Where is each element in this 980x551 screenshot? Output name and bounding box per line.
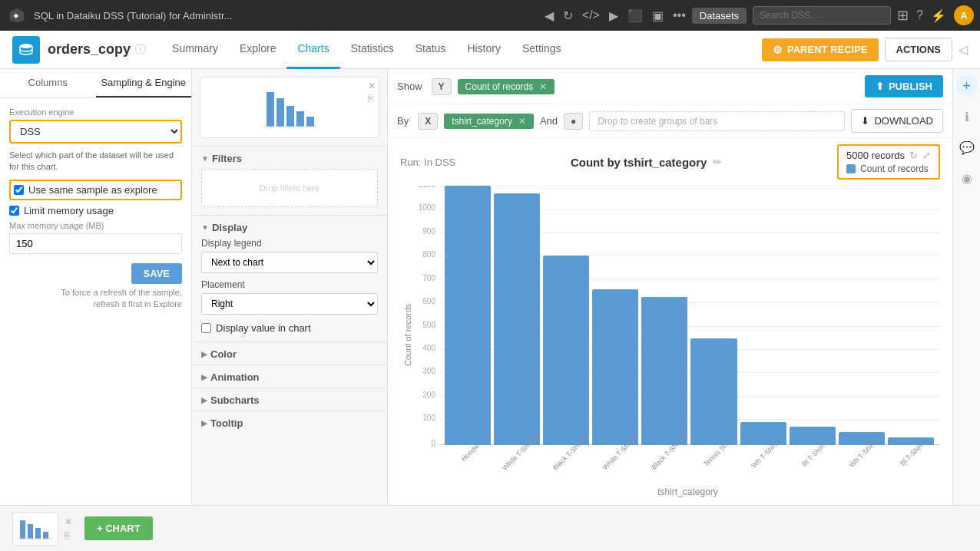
user-sidebar-icon[interactable]: ◉ — [956, 167, 978, 189]
thumb-copy-icon[interactable]: ⎘ — [368, 93, 376, 104]
download-button[interactable]: ⬇ DOWNLOAD — [851, 109, 943, 133]
info-sidebar-icon[interactable]: ℹ — [956, 106, 978, 127]
stats-icon[interactable]: ⚡ — [931, 8, 946, 23]
page-title: orders_copy — [48, 41, 131, 58]
grid-icon[interactable]: ⊞ — [897, 7, 909, 24]
nav-status[interactable]: Status — [405, 31, 457, 69]
svg-text:✦: ✦ — [12, 12, 19, 21]
subcharts-section[interactable]: ▶ Subcharts — [192, 388, 387, 411]
display-arrow-icon: ▼ — [201, 223, 209, 232]
x-axis-badge: X — [418, 113, 438, 130]
refresh-icon[interactable]: ↻ — [563, 8, 573, 23]
search-input[interactable] — [753, 6, 891, 25]
monitor-icon[interactable]: ▣ — [652, 8, 664, 23]
chart-edit-icon[interactable]: ✏ — [713, 156, 722, 168]
more-icon[interactable]: ••• — [673, 8, 686, 22]
bar-white-tshirt-f[interactable] — [592, 289, 638, 445]
display-value-label: Display value in chart — [216, 322, 311, 334]
expand-records-icon[interactable]: ⤢ — [922, 150, 931, 161]
svg-rect-12 — [43, 532, 48, 539]
svg-rect-11 — [35, 528, 41, 539]
download-icon: ⬇ — [861, 115, 869, 127]
bar-white-tshirt-m[interactable] — [494, 193, 540, 445]
tab-columns[interactable]: Columns — [0, 69, 96, 97]
app-logo: ✦ — [6, 5, 28, 26]
mini-delete-icon[interactable]: ✕ — [65, 516, 72, 527]
display-section[interactable]: ▼ Display — [192, 215, 387, 238]
x-axis-delete-icon[interactable]: ✕ — [518, 116, 526, 127]
run-label: Run: In DSS — [400, 157, 455, 168]
datasets-badge[interactable]: Datasets — [692, 8, 747, 24]
limit-memory-checkbox[interactable] — [9, 206, 19, 216]
add-chart-button[interactable]: + CHART — [84, 516, 153, 540]
run-icon[interactable]: ▶ — [609, 8, 618, 23]
topbar-title: SQL in Dataiku DSS (Tutorial) for Admini… — [34, 10, 538, 21]
nav-statistics[interactable]: Statistics — [340, 31, 405, 69]
filters-section[interactable]: ▼ Filters — [192, 146, 387, 169]
nav-summary[interactable]: Summary — [161, 31, 229, 69]
parent-recipe-button[interactable]: ⚙ PARENT RECIPE — [762, 38, 879, 61]
and-label: And — [540, 115, 558, 127]
y-axis-value-label: Count of records — [465, 81, 534, 92]
nav-charts[interactable]: Charts — [286, 31, 339, 69]
refresh-note: To force a refresh of the sample, refres… — [9, 287, 182, 311]
filters-arrow-icon: ▼ — [201, 154, 209, 163]
tab-sampling[interactable]: Sampling & Engine — [96, 69, 192, 97]
add-icon[interactable]: + — [956, 75, 978, 97]
chart-mini-thumbnail — [12, 512, 58, 546]
nav-history[interactable]: History — [456, 31, 512, 69]
code-icon[interactable]: </> — [582, 8, 600, 22]
refresh-records-icon[interactable]: ↻ — [909, 150, 918, 161]
placement-label: Placement — [201, 279, 378, 290]
header-nav: Summary Explore Charts Statistics Status… — [161, 31, 571, 69]
use-same-sample-checkbox[interactable] — [14, 185, 24, 195]
by-label: By — [397, 115, 409, 127]
execution-engine-select[interactable]: DSS — [9, 120, 182, 144]
display-value-checkbox[interactable] — [201, 323, 211, 333]
animation-section[interactable]: ▶ Animation — [192, 365, 387, 388]
actions-button[interactable]: ACTIONS — [885, 38, 953, 61]
user-avatar[interactable]: A — [954, 5, 974, 25]
display-legend-select[interactable]: Next to chart Above chart Below chart No… — [201, 252, 378, 273]
color-arrow-icon: ▶ — [201, 350, 207, 358]
bar-tennis-shirt[interactable] — [690, 338, 737, 445]
bar-hoodie[interactable] — [445, 186, 491, 445]
bar-black-tshirt-m[interactable] — [543, 256, 589, 445]
info-icon[interactable]: ⓘ — [135, 43, 146, 57]
subcharts-label: Subcharts — [210, 394, 260, 406]
animation-arrow-icon: ▶ — [201, 373, 207, 381]
drop-zone[interactable]: Drop to create groups of bars — [589, 111, 845, 131]
nav-settings[interactable]: Settings — [512, 31, 572, 69]
bar-black-tshirt-f[interactable] — [641, 297, 687, 445]
mini-copy-icon[interactable]: ⎘ — [65, 530, 72, 541]
placement-select[interactable]: Right Left — [201, 293, 378, 315]
svg-rect-9 — [20, 520, 25, 539]
expand-icon[interactable]: ◁ — [958, 42, 968, 57]
nav-explore[interactable]: Explore — [229, 31, 286, 69]
publish-button[interactable]: ⬆ PUBLISH — [865, 75, 943, 97]
tooltip-arrow-icon: ▶ — [201, 419, 207, 427]
x-axis-title: tshirt_category — [400, 487, 940, 497]
x-axis-value-badge[interactable]: tshirt_category ✕ — [444, 114, 534, 129]
y-axis-value-badge[interactable]: Count of records ✕ — [458, 79, 555, 94]
chat-sidebar-icon[interactable]: 💬 — [956, 137, 978, 158]
y-axis-badge: Y — [432, 78, 452, 95]
color-label: Color — [210, 348, 237, 360]
color-section[interactable]: ▶ Color — [192, 341, 387, 365]
field-description: Select which part of the dataset will be… — [9, 150, 182, 173]
tooltip-section[interactable]: ▶ Tooltip — [192, 411, 387, 434]
help-icon[interactable]: ? — [916, 8, 923, 22]
save-button[interactable]: SAVE — [131, 263, 182, 284]
show-label: Show — [397, 81, 422, 92]
deploy-icon[interactable]: ⬛ — [627, 8, 643, 23]
dataset-icon — [12, 36, 40, 64]
subcharts-arrow-icon: ▶ — [201, 396, 207, 404]
svg-rect-7 — [306, 117, 314, 127]
svg-rect-4 — [276, 98, 284, 127]
svg-rect-5 — [286, 106, 294, 127]
x-axis-value-label: tshirt_category — [452, 116, 512, 127]
y-axis-delete-icon[interactable]: ✕ — [539, 81, 547, 92]
max-memory-input[interactable] — [9, 233, 182, 254]
nav-back-icon[interactable]: ◀ — [545, 8, 554, 23]
records-count: 5000 records — [846, 150, 905, 161]
